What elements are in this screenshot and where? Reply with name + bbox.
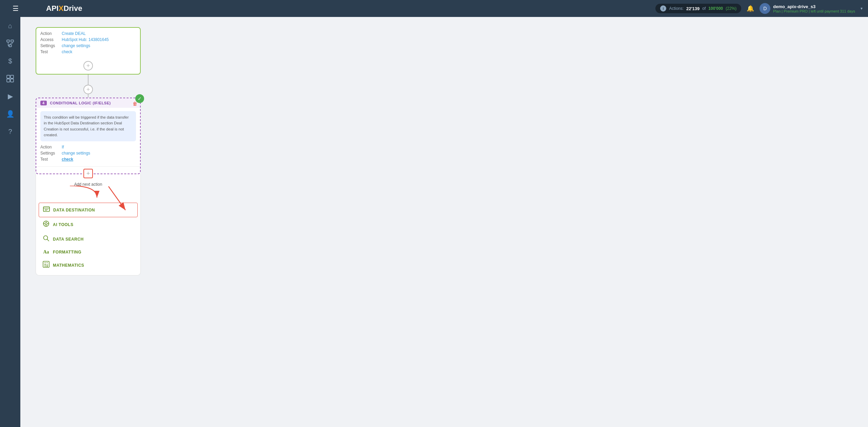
conditional-card: ✓ 🗑 4 CONDITIONAL LOGIC (IF/ELSE) This c… [36, 98, 141, 174]
access-label: Access [40, 37, 59, 42]
cond-settings-label: Settings [40, 151, 59, 156]
data-search-label: DATA SEARCH [53, 237, 84, 242]
sidebar-item-billing[interactable]: $ [0, 52, 20, 70]
svg-point-18 [45, 223, 47, 225]
settings-row: Settings change settings [40, 43, 136, 48]
arrow-svg [43, 186, 111, 199]
cond-test-row: Test check [40, 157, 136, 162]
menu-item-ai-tools[interactable]: AI TOOLS [36, 217, 140, 232]
hubspot-card: Action Create DEAL Access HubSpot Hub: 1… [36, 27, 141, 75]
connector-line-2 [88, 94, 88, 98]
cond-test-value[interactable]: check [62, 157, 73, 162]
svg-rect-0 [7, 40, 9, 42]
cond-action-value[interactable]: If [62, 145, 64, 149]
connector-1: + [83, 75, 93, 98]
test-label: Test [40, 49, 59, 54]
actions-badge[interactable]: i Actions: 22'139 of 100'000 (22%) [655, 4, 741, 13]
svg-rect-13 [43, 207, 50, 211]
actions-pct: (22%) [726, 6, 736, 11]
add-next-panel: Add next action [36, 174, 141, 276]
data-destination-label: DATA DESTINATION [53, 208, 95, 212]
cond-settings-value[interactable]: change settings [62, 151, 90, 156]
ai-tools-icon [43, 220, 50, 229]
test-value[interactable]: check [62, 49, 72, 54]
sidebar-item-connections[interactable] [0, 35, 20, 52]
hamburger-icon[interactable]: ☰ [13, 4, 19, 13]
add-next-plus-btn[interactable]: + [83, 169, 93, 178]
flow-container: Action Create DEAL Access HubSpot Hub: 1… [34, 27, 142, 276]
conditional-header: 4 CONDITIONAL LOGIC (IF/ELSE) [36, 98, 140, 108]
settings-value[interactable]: change settings [62, 43, 90, 48]
svg-rect-25 [43, 261, 49, 267]
menu-item-formatting[interactable]: Aa FORMATTING [36, 246, 140, 258]
cond-action-label: Action [40, 145, 59, 149]
delete-icon[interactable]: 🗑 [133, 101, 137, 106]
logo-text: APIXDrive [46, 4, 82, 13]
formatting-label: FORMATTING [53, 250, 81, 255]
action-value[interactable]: Create DEAL [62, 31, 86, 36]
ai-tools-label: AI TOOLS [53, 222, 73, 227]
formatting-icon: Aa [43, 249, 50, 255]
mathematics-icon [43, 261, 50, 269]
svg-line-24 [47, 239, 49, 241]
actions-total: 100'000 [708, 6, 723, 11]
card-number: 4 [40, 101, 47, 105]
canvas: Action Create DEAL Access HubSpot Hub: 1… [20, 17, 868, 427]
access-value[interactable]: HubSpot Hub: 143801645 [62, 37, 109, 42]
svg-rect-1 [11, 40, 14, 42]
conditional-body: This condition will be triggered if the … [36, 108, 140, 166]
menu-item-mathematics[interactable]: MATHEMATICS [36, 258, 140, 272]
add-connector-top[interactable]: + [83, 61, 93, 70]
cond-settings-row: Settings change settings [40, 151, 136, 156]
chevron-down-icon: ▾ [861, 6, 863, 11]
cond-action-row: Action If [40, 145, 136, 149]
sidebar: ⌂ $ ▶ 👤 ? [0, 17, 20, 427]
logo: APIXDrive [46, 4, 82, 13]
main-content: Action Create DEAL Access HubSpot Hub: 1… [20, 17, 868, 427]
svg-rect-8 [7, 75, 10, 78]
sidebar-item-tools[interactable] [0, 70, 20, 87]
svg-rect-9 [11, 75, 14, 78]
test-row: Test check [40, 49, 136, 54]
action-label: Action [40, 31, 59, 36]
svg-rect-11 [11, 79, 14, 82]
sidebar-item-home[interactable]: ⌂ [0, 17, 20, 35]
menu-item-data-search[interactable]: DATA SEARCH [36, 232, 140, 246]
menu-item-data-destination[interactable]: DATA DESTINATION [39, 203, 138, 217]
data-destination-icon [43, 206, 50, 214]
hubspot-card-body: Action Create DEAL Access HubSpot Hub: 1… [36, 28, 140, 59]
condition-description: This condition will be triggered if the … [40, 111, 136, 141]
actions-of: of [702, 6, 706, 11]
cond-test-label: Test [40, 157, 59, 162]
actions-count: 22'139 [686, 6, 699, 11]
user-name: demo_apix-drive_s3 [773, 4, 855, 9]
svg-rect-10 [7, 79, 10, 82]
data-search-icon [43, 235, 50, 243]
actions-label: Actions: [669, 6, 684, 11]
bell-icon[interactable]: 🔔 [747, 5, 754, 12]
sidebar-item-media[interactable]: ▶ [0, 87, 20, 105]
arrow-area [36, 189, 140, 203]
user-plan: Plan | Premium PRO | left until payment … [773, 9, 855, 13]
settings-label: Settings [40, 43, 59, 48]
conditional-title: CONDITIONAL LOGIC (IF/ELSE) [50, 101, 111, 105]
connector-line-1 [88, 75, 88, 85]
add-mid-connector[interactable]: + [83, 85, 93, 94]
user-info: demo_apix-drive_s3 Plan | Premium PRO | … [773, 4, 855, 13]
user-avatar: D [760, 3, 770, 14]
info-icon: i [660, 5, 666, 12]
mathematics-label: MATHEMATICS [53, 263, 84, 268]
user-menu[interactable]: D demo_apix-drive_s3 Plan | Premium PRO … [760, 3, 863, 14]
action-row: Action Create DEAL [40, 31, 136, 36]
sidebar-item-account[interactable]: 👤 [0, 105, 20, 123]
access-row: Access HubSpot Hub: 143801645 [40, 37, 136, 42]
sidebar-item-help[interactable]: ? [0, 123, 20, 140]
header: ☰ APIXDrive i Actions: 22'139 of 100'000… [0, 0, 868, 17]
